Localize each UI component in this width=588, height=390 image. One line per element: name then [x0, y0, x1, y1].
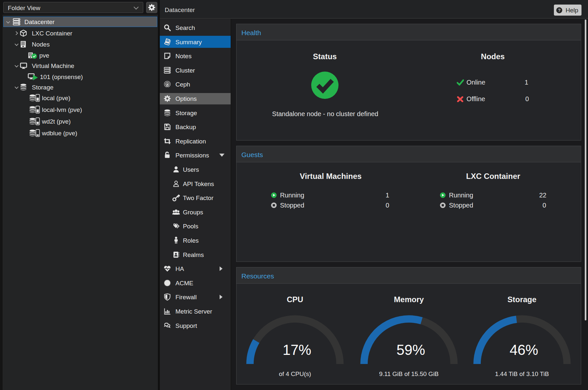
- svg-text:?: ?: [558, 8, 560, 13]
